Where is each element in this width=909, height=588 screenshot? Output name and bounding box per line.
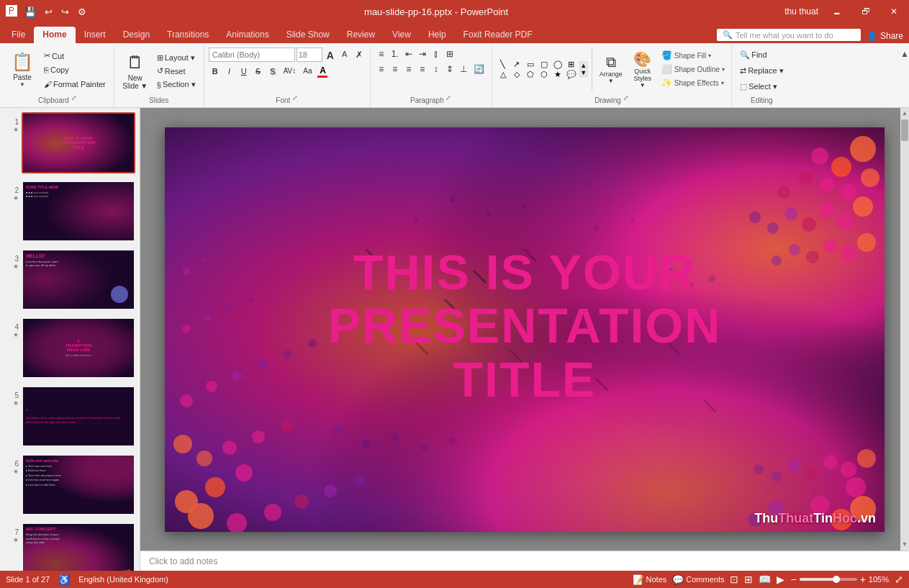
drawing-expand[interactable]: ⤢ <box>623 94 629 101</box>
font-color-button[interactable]: A <box>316 65 329 78</box>
minimize-button[interactable]: 🗕 <box>827 5 847 18</box>
tab-view[interactable]: View <box>384 27 420 43</box>
tab-home[interactable]: Home <box>34 27 75 43</box>
bold-button[interactable]: B <box>209 65 222 78</box>
fit-to-window-button[interactable]: ⤢ <box>895 574 903 585</box>
section-button[interactable]: § Section ▾ <box>153 78 199 91</box>
scrollbar-thumb[interactable] <box>901 119 908 141</box>
italic-button[interactable]: I <box>223 65 236 78</box>
select-button[interactable]: ⬚ Select ▾ <box>736 79 781 94</box>
line-shape[interactable]: ╲ <box>497 60 510 69</box>
slide-thumb-6[interactable]: 6 ★ Hell <box>3 453 137 517</box>
notes-bar[interactable]: Click to add notes <box>140 551 909 571</box>
slideshow-button[interactable]: ▶ <box>777 574 784 585</box>
reset-button[interactable]: ↺ Reset <box>153 65 199 78</box>
save-button[interactable]: 💾 <box>23 5 37 19</box>
numbering-button[interactable]: 1. <box>389 48 402 60</box>
zoom-slider[interactable] <box>800 578 857 581</box>
font-size-input[interactable] <box>297 48 322 62</box>
slide-thumb-1[interactable]: 1 ★ <box>3 111 137 175</box>
tab-design[interactable]: Design <box>114 27 158 43</box>
decrease-indent-button[interactable]: ⇤ <box>402 48 415 60</box>
shadow-button[interactable]: S <box>266 65 279 78</box>
comments-status-button[interactable]: 💬 Comments <box>672 574 724 585</box>
paragraph-expand[interactable]: ⤢ <box>446 94 451 101</box>
arrow-shape[interactable]: ↗ <box>510 60 523 69</box>
font-clear-button[interactable]: ✗ <box>353 48 366 61</box>
tab-help[interactable]: Help <box>420 27 455 43</box>
cut-button[interactable]: ✂ Cut <box>40 50 109 62</box>
restore-button[interactable]: 🗗 <box>856 5 876 18</box>
notes-status-button[interactable]: 📝 Notes <box>633 574 667 585</box>
zoom-level[interactable]: 105% <box>869 575 889 584</box>
font-name-input[interactable] <box>209 48 295 62</box>
align-center-button[interactable]: ≡ <box>389 63 402 76</box>
slide-thumb-4[interactable]: 4 ★ 1 <box>3 316 137 380</box>
zoom-in-button[interactable]: + <box>860 574 866 585</box>
line-spacing-button[interactable]: ↕ <box>430 63 443 76</box>
shape-fill-button[interactable]: 🪣 Shape Fill ▾ <box>659 49 727 62</box>
strikethrough-button[interactable]: S̶ <box>252 65 265 78</box>
slide-main-title[interactable]: THIS IS YOUR PRESENTATION TITLE <box>328 245 722 407</box>
redo-button[interactable]: ↪ <box>60 5 71 19</box>
layout-button[interactable]: ⊞ Layout ▾ <box>153 51 199 64</box>
paste-button[interactable]: 📋 Paste ▼ <box>6 50 39 90</box>
share-button[interactable]: Share <box>880 31 903 41</box>
text-direction-button[interactable]: ⇕ <box>443 63 456 76</box>
shape-outline-button[interactable]: ⬜ Shape Outline ▾ <box>659 63 727 76</box>
star-shape[interactable]: ★ <box>551 70 564 79</box>
tab-file[interactable]: File <box>3 27 34 43</box>
slide-thumb-7[interactable]: 7 ★ <box>3 521 137 571</box>
clipboard-expand[interactable]: ⤢ <box>71 94 77 101</box>
char-spacing-button[interactable]: AV↕ <box>281 65 299 78</box>
scroll-up-icon[interactable]: ▲ <box>902 109 908 117</box>
slide-thumb-2[interactable]: 2 ★ SOME <box>3 179 137 243</box>
align-text-button[interactable]: ⊥ <box>457 63 470 76</box>
reading-view-button[interactable]: 📖 <box>759 574 771 585</box>
oval-shape[interactable]: ◯ <box>551 60 564 69</box>
vertical-scrollbar[interactable]: ▲ ▼ <box>900 108 909 551</box>
callout-shape[interactable]: 💬 <box>565 70 578 79</box>
more-shapes[interactable]: ⊞ <box>565 60 578 69</box>
rounded-rect-shape[interactable]: ▢ <box>538 60 551 69</box>
increase-indent-button[interactable]: ⇥ <box>416 48 429 60</box>
slide-viewport[interactable]: THIS IS YOUR PRESENTATION TITLE ThuThuat… <box>140 108 909 551</box>
slide-sorter-button[interactable]: ⊞ <box>744 574 753 585</box>
tab-foxit[interactable]: Foxit Reader PDF <box>455 27 541 43</box>
align-right-button[interactable]: ≡ <box>402 63 415 76</box>
ribbon-collapse[interactable]: ▲ <box>900 46 909 107</box>
quick-styles-button[interactable]: 🎨 Quick Styles ▼ <box>628 49 658 89</box>
main-slide[interactable]: THIS IS YOUR PRESENTATION TITLE ThuThuat… <box>165 127 885 532</box>
font-decrease-button[interactable]: A <box>338 48 351 61</box>
triangle-shape[interactable]: △ <box>497 70 510 79</box>
columns-button[interactable]: ⫿ <box>430 48 443 60</box>
new-slide-button[interactable]: 🗒 New Slide ▼ <box>119 51 152 91</box>
language[interactable]: English (United Kingdom) <box>78 575 168 584</box>
font-expand[interactable]: ⤢ <box>292 94 298 101</box>
justify-button[interactable]: ≡ <box>416 63 429 76</box>
format-painter-button[interactable]: 🖌 Format Painter <box>40 78 109 90</box>
tab-transitions[interactable]: Transitions <box>158 27 217 43</box>
copy-button[interactable]: ⎘ Copy <box>40 64 109 76</box>
font-increase-button[interactable]: A <box>324 48 337 61</box>
bullets-button[interactable]: ≡ <box>375 48 388 60</box>
replace-button[interactable]: ⇄ Replace ▾ <box>736 63 787 78</box>
accessibility-icon[interactable]: ♿ <box>58 574 70 585</box>
convert-smartart-button[interactable]: 🔄 <box>471 63 487 76</box>
tab-animations[interactable]: Animations <box>217 27 277 43</box>
slide-thumb-3[interactable]: 3 ★ HELL <box>3 248 137 312</box>
tab-review[interactable]: Review <box>338 27 384 43</box>
underline-button[interactable]: U <box>238 65 250 78</box>
search-bar[interactable]: 🔍 Tell me what you want to do <box>717 29 861 41</box>
smartart-button[interactable]: ⊞ <box>443 48 456 60</box>
zoom-out-button[interactable]: − <box>790 574 796 585</box>
change-case-button[interactable]: Aa <box>300 65 315 78</box>
hexagon-shape[interactable]: ⬡ <box>538 70 551 79</box>
zoom-slider-thumb[interactable] <box>833 576 840 583</box>
shapes-gallery-scroll[interactable]: ▲ ▼ <box>579 61 588 77</box>
scroll-down-icon[interactable]: ▼ <box>902 540 908 548</box>
rect-shape[interactable]: ▭ <box>524 60 537 69</box>
pentagon-shape[interactable]: ⬠ <box>524 70 537 79</box>
undo-button[interactable]: ↩ <box>43 5 54 19</box>
find-button[interactable]: 🔍 Find <box>736 48 770 62</box>
